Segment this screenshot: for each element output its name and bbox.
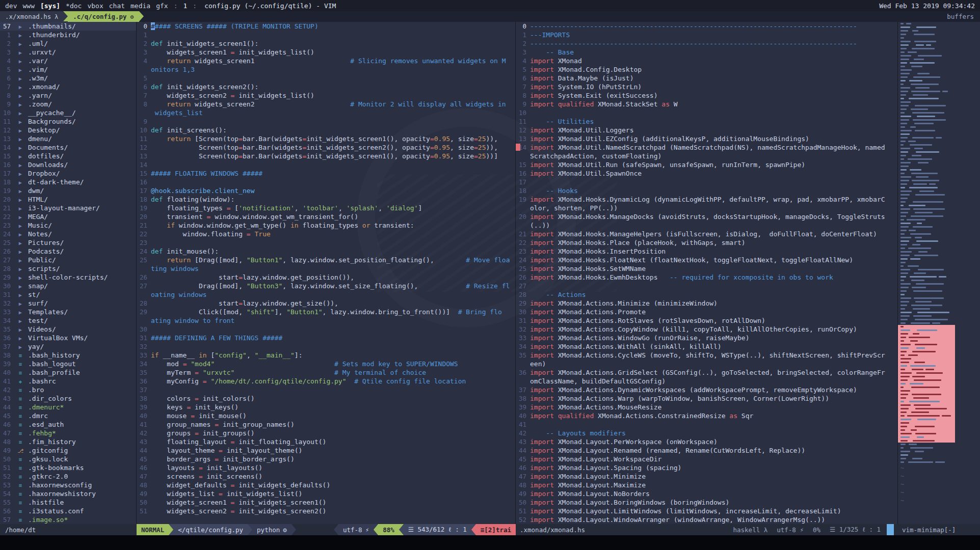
minimap-line[interactable] [898,50,980,54]
minimap-line[interactable] [898,193,980,197]
minimap-line[interactable] [898,254,980,257]
code-line[interactable]: 30 [137,325,515,334]
tree-item[interactable]: 52≡.gtkrc-2.0 [0,472,136,481]
minimap-line[interactable] [898,350,955,353]
minimap-line[interactable] [898,143,980,147]
code-line[interactable]: 43 floating_layout = init_floating_layou… [137,437,515,446]
code-line[interactable]: 24def init_mouse(): [137,247,515,256]
minimap-line[interactable] [898,100,980,104]
workspace-gfx[interactable]: gfx [156,2,168,10]
code-line[interactable]: 6import Data.Maybe (isJust) [516,74,897,82]
code-line[interactable]: 50import XMonad.Layout.BoringWindows (bo… [516,498,897,507]
code-line[interactable]: widgets_list [137,108,515,117]
code-line[interactable]: 49import XMonad.Layout.NoBorders [516,489,897,498]
code-line[interactable]: 32 [137,342,515,351]
code-line[interactable]: 38import XMonad.Actions.Warp (warpToWind… [516,394,897,403]
code-line[interactable]: 3 -- Base [516,48,897,57]
minimap-line[interactable] [898,321,980,325]
code-line[interactable]: 13import XMonad.Util.EZConfig (additiona… [516,134,897,143]
code-line[interactable]: 16import XMonad.Util.SpawnOnce [516,169,897,178]
minimap-line[interactable] [898,332,955,336]
minimap-line[interactable] [898,450,980,453]
tab-config-py[interactable]: .c/q/config.py ⚙ [68,11,139,22]
code-line[interactable]: 26 start=lazy.window.get_position()), [137,273,515,282]
code-line[interactable]: 18def floating(window): [137,195,515,204]
minimap-line[interactable] [898,410,955,414]
code-line[interactable]: 50 widgets_screen1 = init_widgets_screen… [137,498,515,507]
code-line[interactable]: 22 window.floating = True [137,230,515,238]
minimap-line[interactable] [898,186,980,189]
minimap-line[interactable] [898,43,980,47]
tree-item[interactable]: 5▶.vim/ [0,65,136,74]
code-line[interactable]: 17@hook.subscribe.client_new [137,186,515,195]
code-line[interactable]: 45import XMonad.Layout.WorkspaceDir [516,455,897,463]
tree-item[interactable]: 7▶.xmonad/ [0,82,136,91]
minimap-line[interactable] [898,286,980,289]
code-line[interactable]: 8import System.Exit (exitSuccess) [516,91,897,100]
minimap-line[interactable] [898,346,955,350]
code-line[interactable]: 25import XMonad.Hooks.SetWMName [516,264,897,273]
minimap-line[interactable] [898,446,980,450]
minimap-pane[interactable]: ~~~~~ [898,22,980,524]
minimap-line[interactable] [898,268,980,271]
code-line[interactable]: 25 return [Drag([mod], "Button1", lazy.w… [137,256,515,264]
code-line[interactable]: 49 widgets_list = init_widgets_list() [137,489,515,498]
code-line[interactable]: 14import XMonad.Util.NamedScratchpad (Na… [516,143,897,152]
tree-item[interactable]: 53≡.haxornewsconfig [0,481,136,489]
code-line[interactable]: 23 [137,238,515,247]
minimap-line[interactable] [898,136,980,140]
minimap-line[interactable] [898,236,980,239]
minimap-line[interactable] [898,246,980,250]
code-line[interactable]: 21import XMonad.Hooks.ManageHelpers (isF… [516,230,897,238]
minimap-line[interactable] [898,271,980,275]
minimap-line[interactable] [898,425,955,428]
code-line[interactable]: 47 screens = init_screens() [137,472,515,481]
code-line[interactable]: 11 -- Utilities [516,117,897,126]
tree-item[interactable]: 41❖.bashrc [0,377,136,386]
code-line[interactable]: onitors 1,3 [137,65,515,74]
tree-item[interactable]: 30▶snap/ [0,282,136,290]
workspace-media[interactable]: media [130,2,150,10]
code-line[interactable]: 11 return [Screen(top=bar.Bar(widgets=in… [137,134,515,143]
code-line[interactable]: 44import XMonad.Layout.Renamed (renamed,… [516,446,897,455]
tree-item[interactable]: 11▶Backgrounds/ [0,117,136,126]
tree-item[interactable]: 45≡.dmrc [0,411,136,420]
minimap-line[interactable] [898,403,955,407]
code-line[interactable]: 37import XMonad.Actions.DynamicWorkspace… [516,386,897,394]
minimap-line[interactable] [898,125,980,129]
tree-item[interactable]: 56≡.i3status.conf [0,507,136,515]
minimap-line[interactable] [898,328,955,332]
minimap-line[interactable] [898,300,980,304]
code-line[interactable]: 22import XMonad.Hooks.Place (placeHook, … [516,238,897,247]
minimap-line[interactable] [898,428,955,432]
tree-item[interactable]: 22▶MEGA/ [0,212,136,221]
minimap-line[interactable] [898,304,980,307]
minimap-line[interactable] [898,357,955,361]
tree-item[interactable]: 20▶HTML/ [0,195,136,204]
minimap-line[interactable] [898,122,980,125]
minimap-line[interactable] [898,353,955,357]
minimap-line[interactable] [898,229,980,232]
code-line[interactable]: 51 widgets_screen2 = init_widgets_screen… [137,507,515,515]
code-line[interactable]: 7 widgets_screen2 = init_widgets_list() [137,91,515,100]
minimap-line[interactable] [898,33,980,36]
code-line[interactable]: (..)) [516,221,897,230]
tree-item[interactable]: 21▶i3-layout-manager/ [0,204,136,212]
minimap-line[interactable] [898,418,955,421]
tree-item[interactable]: 29▶shell-color-scripts/ [0,273,136,282]
workspace-vbox[interactable]: vbox [87,2,103,10]
minimap-line[interactable] [898,164,980,168]
minimap-line[interactable] [898,157,980,161]
minimap-line[interactable] [898,257,980,261]
minimap-line[interactable] [898,293,980,296]
minimap-line[interactable] [898,225,980,229]
code-line[interactable]: 15import XMonad.Util.Run (safeSpawn, uns… [516,160,897,169]
minimap-line[interactable] [898,396,955,400]
workspace-doc[interactable]: *doc [66,2,82,10]
code-line[interactable]: 38 colors = init_colors() [137,394,515,403]
minimap-line[interactable] [898,371,955,375]
tree-item[interactable]: 57≡.image.so* [0,515,136,524]
tree-item[interactable]: 40≡.bash_profile [0,368,136,377]
command-line[interactable] [0,535,980,550]
minimap-line[interactable] [898,161,980,164]
